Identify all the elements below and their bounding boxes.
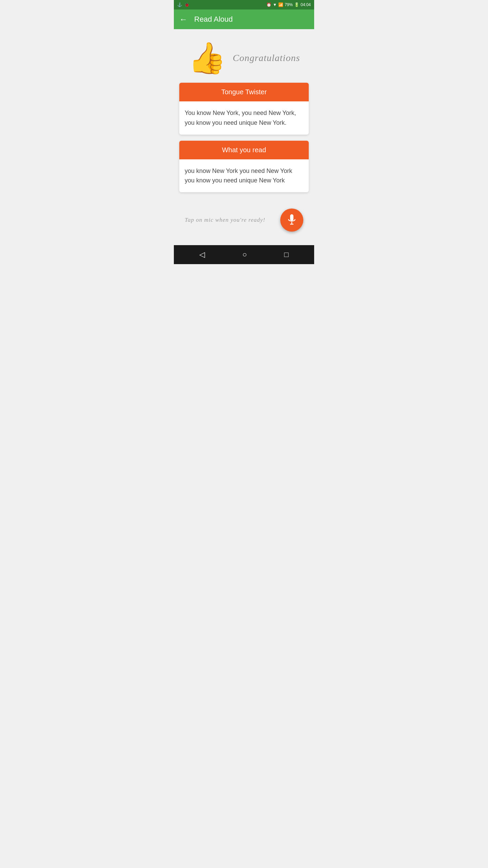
bug-icon: 🐞 <box>184 2 189 7</box>
thumbs-up-emoji: 👍 <box>188 43 226 73</box>
main-content: 👍 Congratulations Tongue Twister You kno… <box>174 29 314 245</box>
mic-icon <box>287 214 297 226</box>
svg-rect-0 <box>290 214 293 221</box>
tap-instruction: Tap on mic when you're ready! <box>185 217 280 223</box>
battery-icon: 🔋 <box>294 2 299 7</box>
tongue-twister-text: You know New York, you need New York, yo… <box>185 110 296 126</box>
status-bar-right: ⏰ ▼ 📶 79% 🔋 04:04 <box>266 2 311 7</box>
nav-back-button[interactable]: ◁ <box>199 250 205 259</box>
tongue-twister-body: You know New York, you need New York, yo… <box>179 101 309 135</box>
tongue-twister-header: Tongue Twister <box>179 83 309 101</box>
app-bar-title: Read Aloud <box>194 15 233 24</box>
what-you-read-card: What you read you know New York you need… <box>179 141 309 193</box>
mic-button[interactable] <box>280 209 303 232</box>
tongue-twister-title: Tongue Twister <box>221 88 267 96</box>
status-bar: ⚓ 🐞 ⏰ ▼ 📶 79% 🔋 04:04 <box>174 0 314 9</box>
app-bar: ← Read Aloud <box>174 9 314 29</box>
tongue-twister-card: Tongue Twister You know New York, you ne… <box>179 83 309 135</box>
congrats-section: 👍 Congratulations <box>179 36 309 77</box>
signal-icon: 📶 <box>278 2 283 7</box>
battery-percent: 79% <box>285 2 293 7</box>
wifi-icon: ▼ <box>273 2 277 7</box>
status-bar-left: ⚓ 🐞 <box>177 2 189 7</box>
what-you-read-body: you know New York you need New York you … <box>179 159 309 193</box>
clock: 04:04 <box>301 2 311 7</box>
usb-icon: ⚓ <box>177 2 182 7</box>
nav-bar: ◁ ○ □ <box>174 245 314 264</box>
what-you-read-text: you know New York you need New York you … <box>185 167 292 184</box>
what-you-read-header: What you read <box>179 141 309 159</box>
congrats-text: Congratulations <box>233 53 300 63</box>
nav-recent-button[interactable]: □ <box>284 250 289 259</box>
alarm-icon: ⏰ <box>266 2 271 7</box>
what-you-read-title: What you read <box>222 146 266 154</box>
bottom-area: Tap on mic when you're ready! <box>179 198 309 238</box>
nav-home-button[interactable]: ○ <box>242 250 247 259</box>
back-button[interactable]: ← <box>179 15 187 24</box>
